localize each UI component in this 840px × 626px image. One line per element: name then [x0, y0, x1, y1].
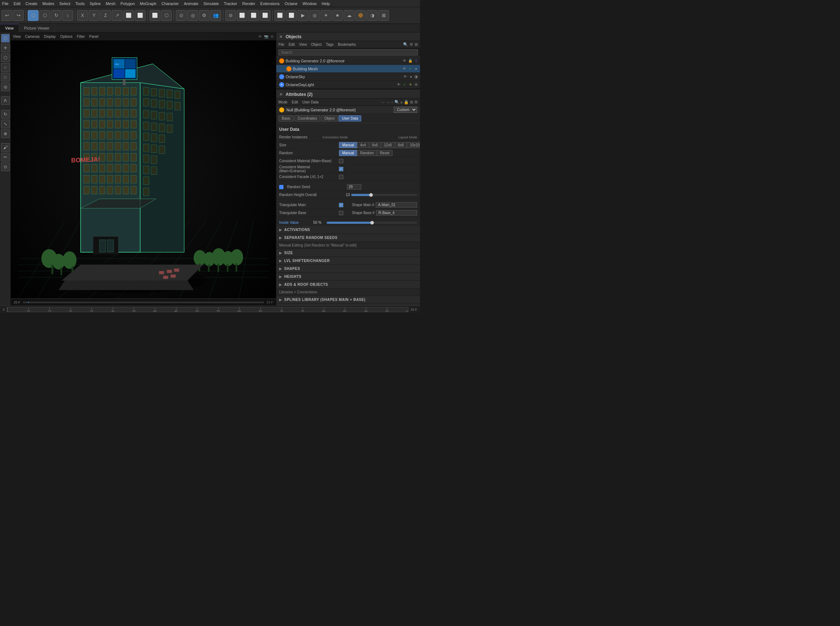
obj-check-building-mesh[interactable]: ✓: [408, 66, 413, 71]
timeline-ruler[interactable]: 5101520253035404550556065707580859095100: [7, 307, 409, 312]
move-tool-btn[interactable]: ✛: [1, 44, 10, 52]
toolbar-btn-16[interactable]: ⚙: [199, 10, 210, 21]
spline-btn[interactable]: ○: [1, 63, 10, 72]
attr-nav-up[interactable]: ↑: [391, 100, 393, 105]
obj-circle-octane-sky[interactable]: ◑: [414, 75, 418, 79]
consistent-main-entrance-checkbox[interactable]: [339, 167, 343, 171]
obj-row-octane-daylight[interactable]: ✦ OctaneDayLight 👁 ✓ ☀ ⚙: [276, 81, 420, 89]
obj-row-building-generator[interactable]: Building Generator 2.0 @florenoir 👁 🔒 ⚲: [276, 57, 420, 65]
vp-menu-panel[interactable]: Panel: [89, 34, 99, 39]
camera-btn[interactable]: ◎: [1, 83, 10, 91]
triangulate-base-checkbox[interactable]: [339, 211, 343, 215]
inside-value-slider[interactable]: [327, 222, 417, 224]
menu-item-polygon[interactable]: Polygon: [121, 2, 135, 6]
menu-item-file[interactable]: File: [2, 2, 9, 6]
rotate-btn[interactable]: ↻: [1, 110, 10, 119]
toolbar-btn-4[interactable]: ↻: [51, 10, 62, 21]
vp-menu-options[interactable]: Options: [60, 34, 72, 39]
attr-nav-lock[interactable]: 🔒: [404, 100, 409, 105]
random-reset-btn[interactable]: Reset: [377, 150, 393, 156]
toolbar-btn-26[interactable]: ☀: [320, 10, 331, 21]
obj-menu-view[interactable]: View: [299, 42, 307, 47]
shape-main-input[interactable]: [376, 202, 417, 208]
attr-close-btn[interactable]: ✕: [279, 92, 283, 97]
toolbar-btn-0[interactable]: ↩: [2, 10, 12, 21]
attr-nav-back[interactable]: ←: [381, 100, 385, 105]
obj-menu-file[interactable]: File: [278, 42, 284, 47]
toolbar-btn-12[interactable]: ⬜: [150, 10, 160, 21]
toolbar-btn-19[interactable]: ⬜: [237, 10, 247, 21]
toolbar-btn-18[interactable]: ⊘: [225, 10, 236, 21]
menu-item-window[interactable]: Window: [303, 2, 317, 6]
obj-row-octane-sky[interactable]: OctaneSky 👁 ● ◑: [276, 73, 420, 81]
obj-row-building-mesh[interactable]: Building Mesh 👁 ✓ ●: [276, 65, 420, 73]
heights-section[interactable]: ▶ HEIGHTS: [276, 273, 420, 281]
tab-coordinates[interactable]: Coordinates: [294, 115, 320, 122]
cube-btn[interactable]: □: [1, 73, 10, 81]
toolbar-btn-2[interactable]: ⬡: [28, 10, 39, 21]
obj-eye-octane-daylight[interactable]: 👁: [396, 82, 401, 87]
toolbar-btn-20[interactable]: ⬜: [248, 10, 259, 21]
menu-item-octane[interactable]: Octane: [284, 2, 297, 6]
toolbar-btn-15[interactable]: ◎: [187, 10, 198, 21]
toolbar-btn-11[interactable]: ⬜: [135, 10, 145, 21]
obj-dot-octane-sky[interactable]: ●: [409, 74, 414, 79]
toolbar-btn-7[interactable]: Y: [89, 10, 100, 21]
obj-search-icon[interactable]: 🔍: [403, 42, 408, 47]
tab-user-data[interactable]: User Data: [339, 115, 361, 122]
random-height-thumb[interactable]: [369, 193, 373, 197]
toolbar-btn-22[interactable]: ⬜: [275, 10, 285, 21]
random-manual-btn[interactable]: Manual: [339, 150, 357, 156]
random-height-track[interactable]: [351, 194, 417, 196]
attr-nav-search[interactable]: 🔍: [394, 100, 400, 105]
tab-view[interactable]: View: [0, 24, 19, 33]
consistent-facade-checkbox[interactable]: [339, 175, 343, 179]
menu-item-tools[interactable]: Tools: [75, 2, 85, 6]
consistent-main-base-checkbox[interactable]: [339, 159, 343, 163]
tab-object[interactable]: Object: [321, 115, 338, 122]
toolbar-btn-9[interactable]: ↗: [112, 10, 122, 21]
triangulate-main-checkbox[interactable]: [339, 203, 343, 207]
obj-lock-building-gen[interactable]: 🔒: [408, 58, 413, 63]
splines-library-section[interactable]: ▶ SPLINES LIBRARY (SHAPES MAIN + BASE): [276, 296, 420, 304]
obj-expand-icon[interactable]: ⊞: [415, 42, 418, 47]
obj-menu-object[interactable]: Object: [311, 42, 322, 47]
toolbar-btn-3[interactable]: ⬡: [39, 10, 50, 21]
polygon-btn[interactable]: ⬡: [1, 53, 10, 62]
vp-icon-eye[interactable]: 👁: [258, 34, 262, 39]
obj-menu-bookmarks[interactable]: Bookmarks: [338, 42, 356, 47]
menu-item-tracker[interactable]: Tracker: [224, 2, 237, 6]
obj-check-octane-daylight[interactable]: ✓: [402, 82, 407, 87]
menu-item-create[interactable]: Create: [26, 2, 37, 6]
custom-dropdown[interactable]: Custom: [394, 107, 417, 113]
size-10x10-btn[interactable]: 10x10: [407, 142, 420, 148]
obj-sun-octane-daylight[interactable]: ☀: [408, 82, 413, 87]
obj-settings-icon[interactable]: ⚙: [409, 42, 413, 47]
toolbar-btn-31[interactable]: ⊠: [378, 10, 389, 21]
menu-item-modes[interactable]: Modes: [42, 2, 55, 6]
obj-dot-building-mesh[interactable]: ●: [414, 66, 418, 71]
attr-menu-mode[interactable]: Mode: [278, 100, 287, 104]
toolbar-btn-27[interactable]: ★: [332, 10, 343, 21]
attr-nav-list[interactable]: ≡: [401, 100, 403, 105]
menu-item-extensions[interactable]: Extensions: [261, 2, 280, 6]
attr-nav-expand[interactable]: ⊞: [410, 100, 413, 105]
toolbar-btn-21[interactable]: ⬜: [260, 10, 270, 21]
toolbar-btn-13[interactable]: ⬡: [161, 10, 172, 21]
size-section[interactable]: ▶ SIZE: [276, 249, 420, 257]
menu-item-character[interactable]: Character: [161, 2, 179, 6]
obj-eye-building-mesh[interactable]: 👁: [402, 66, 407, 71]
toolbar-btn-1[interactable]: ↪: [13, 10, 24, 21]
text-btn[interactable]: A: [1, 96, 10, 105]
toolbar-btn-6[interactable]: X: [77, 10, 88, 21]
menu-item-help[interactable]: Help: [322, 2, 330, 6]
toolbar-btn-10[interactable]: ⬜: [123, 10, 134, 21]
size-4x4-btn[interactable]: 4x4: [357, 142, 369, 148]
size-12x6-btn[interactable]: 12x6: [381, 142, 395, 148]
toolbar-btn-23[interactable]: ⬜: [286, 10, 297, 21]
vp-menu-view[interactable]: View: [13, 34, 21, 39]
toolbar-btn-24[interactable]: ▶: [298, 10, 308, 21]
toolbar-btn-25[interactable]: ◎: [309, 10, 320, 21]
ads-roof-section[interactable]: ▶ ADS & ROOF OBJECTS: [276, 281, 420, 289]
obj-menu-tags[interactable]: Tags: [326, 42, 334, 47]
